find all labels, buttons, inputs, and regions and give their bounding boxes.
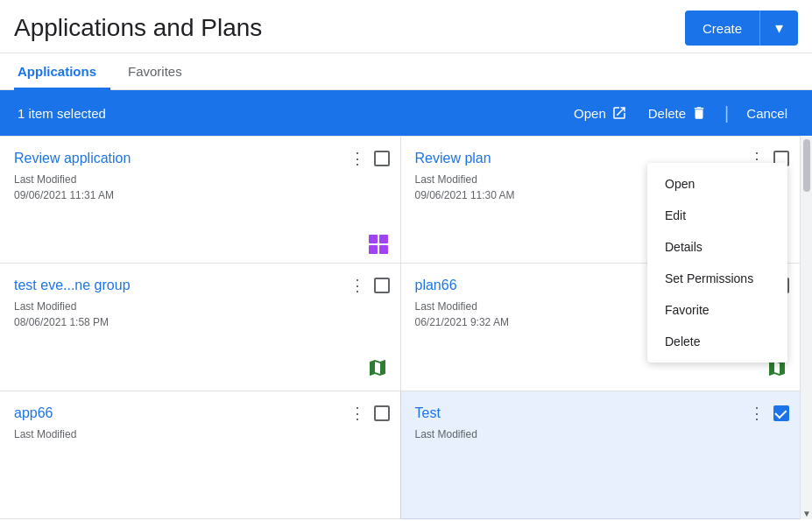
cancel-button[interactable]: Cancel [739, 102, 794, 124]
card-test: Test Last Modified ⋮ [400, 391, 801, 519]
card-review-application: Review application Last Modified 09/06/2… [0, 136, 400, 264]
create-button[interactable]: Create ▾ [685, 11, 798, 46]
scrollbar-down-arrow[interactable]: ▼ [801, 507, 812, 519]
card-meta-app66: Last Modified [14, 426, 386, 442]
checkbox-review-application[interactable] [374, 151, 390, 166]
card-test-event-group: test eve...ne group Last Modified 08/06/… [0, 264, 400, 391]
header: Applications and Plans Create ▾ [0, 0, 812, 53]
delete-button[interactable]: Delete [641, 102, 714, 124]
card-title-test[interactable]: Test [415, 405, 643, 421]
checkbox-test-event-group[interactable] [374, 278, 390, 293]
card-meta-test: Last Modified [415, 426, 787, 442]
context-menu-set-permissions[interactable]: Set Permissions [647, 263, 787, 294]
card-title-review-application[interactable]: Review application [14, 151, 242, 166]
app-icon-review-application [369, 235, 388, 254]
chevron-down-icon: ▾ [759, 11, 798, 46]
context-menu-favorite[interactable]: Favorite [647, 294, 787, 326]
page-title: Applications and Plans [14, 14, 262, 42]
content-area: Review application Last Modified 09/06/2… [0, 136, 812, 519]
create-button-label: Create [685, 21, 759, 36]
context-menu-delete[interactable]: Delete [647, 326, 787, 357]
card-actions-test: ⋮ [745, 402, 789, 425]
selection-actions: Open Delete | Cancel [567, 102, 794, 124]
action-divider: | [724, 103, 729, 123]
trash-icon [691, 105, 707, 121]
checkbox-test[interactable] [773, 405, 789, 421]
context-menu-edit[interactable]: Edit [647, 200, 787, 231]
card-meta-test-event-group: Last Modified 08/06/2021 1:58 PM [14, 299, 386, 330]
scrollbar: ▲ ▼ [800, 136, 812, 519]
card-actions-app66: ⋮ [346, 402, 390, 425]
tab-favorites[interactable]: Favorites [124, 53, 196, 90]
card-title-plan66[interactable]: plan66 [415, 278, 643, 293]
selection-count: 1 item selected [18, 106, 549, 121]
tab-applications[interactable]: Applications [14, 53, 110, 90]
checkbox-app66[interactable] [374, 405, 390, 421]
open-button[interactable]: Open [567, 102, 634, 124]
card-actions-test-event-group: ⋮ [346, 274, 390, 297]
card-app66: app66 Last Modified ⋮ [0, 391, 400, 519]
scrollbar-thumb[interactable] [803, 139, 810, 192]
card-title-app66[interactable]: app66 [14, 405, 242, 421]
card-actions-review-application: ⋮ [346, 147, 390, 170]
more-menu-button-app66[interactable]: ⋮ [346, 402, 369, 425]
context-menu-open[interactable]: Open [647, 168, 787, 200]
card-review-plan: Review plan Last Modified 09/06/2021 11:… [400, 136, 801, 264]
delete-label: Delete [648, 106, 686, 121]
open-external-icon [611, 105, 627, 121]
selection-bar: 1 item selected Open Delete | Cancel [0, 90, 812, 136]
card-title-review-plan[interactable]: Review plan [415, 151, 643, 166]
more-menu-button-review-application[interactable]: ⋮ [346, 147, 369, 170]
card-meta-review-application: Last Modified 09/06/2021 11:31 AM [14, 172, 386, 203]
context-menu-details[interactable]: Details [647, 231, 787, 263]
cards-grid: Review application Last Modified 09/06/2… [0, 136, 800, 519]
cancel-label: Cancel [746, 106, 787, 121]
more-menu-button-test[interactable]: ⋮ [745, 402, 768, 425]
context-menu: Open Edit Details Set Permissions Favori… [647, 163, 787, 363]
card-title-test-event-group[interactable]: test eve...ne group [14, 278, 242, 293]
tabs-container: Applications Favorites [0, 53, 812, 90]
more-menu-button-test-event-group[interactable]: ⋮ [346, 274, 369, 297]
map-icon-test-event-group [367, 357, 388, 382]
open-label: Open [574, 106, 606, 121]
